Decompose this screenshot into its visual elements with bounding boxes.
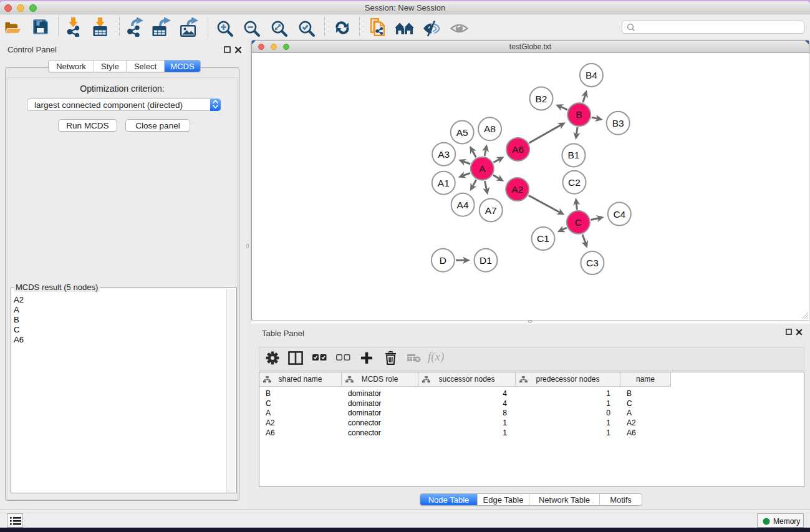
svg-text:B3: B3 [612, 118, 624, 128]
svg-text:A7: A7 [485, 205, 497, 216]
svg-text:B2: B2 [536, 94, 547, 104]
svg-text:A5: A5 [456, 127, 468, 138]
svg-text:C1: C1 [537, 233, 549, 244]
svg-text:C3: C3 [586, 258, 599, 268]
svg-text:D1: D1 [480, 255, 492, 266]
svg-text:C4: C4 [613, 209, 625, 220]
svg-text:A6: A6 [512, 144, 524, 155]
svg-text:A3: A3 [438, 149, 450, 160]
svg-text:A2: A2 [511, 184, 523, 195]
svg-text:B1: B1 [568, 150, 580, 160]
svg-text:C2: C2 [568, 177, 581, 188]
svg-text:B: B [576, 109, 582, 120]
svg-text:D: D [440, 255, 446, 266]
svg-text:C: C [575, 217, 582, 228]
svg-text:A4: A4 [457, 200, 469, 210]
svg-text:A8: A8 [484, 123, 496, 134]
svg-text:A: A [479, 163, 486, 174]
svg-text:B4: B4 [586, 70, 597, 80]
svg-text:A1: A1 [438, 178, 450, 188]
